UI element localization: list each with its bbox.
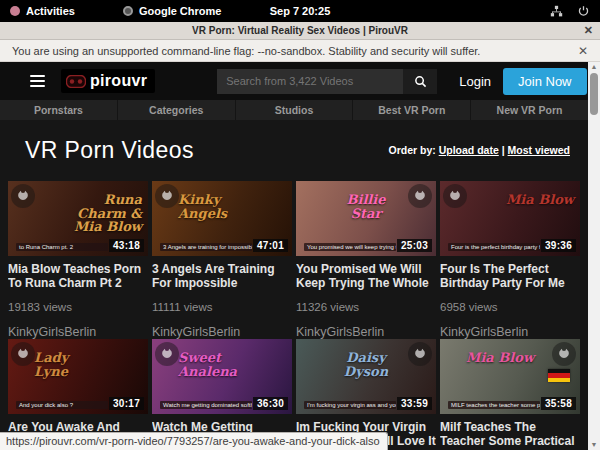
join-now-button[interactable]: Join Now [503,68,586,95]
video-grid: Runa Charm & Mia Blow to Runa Charm pt. … [8,181,580,450]
video-card[interactable]: Mia Blow Four is the perfect birthday pa… [440,181,580,339]
duration-badge: 47:01 [253,239,288,252]
german-flag-icon [548,369,570,382]
window-close-icon[interactable]: ✕ [584,24,593,37]
studio-watermark-icon [408,184,432,208]
menu-icon[interactable] [30,75,45,87]
video-card[interactable]: Billie Star You promised we will keep tr… [296,181,436,339]
video-title[interactable]: 3 Angels Are Training For Impossible Mis… [152,262,292,291]
video-thumbnail[interactable]: Kinky Angels 3 Angels are training for i… [152,181,292,256]
duration-badge: 36:30 [253,397,288,410]
video-views: 6958 views [440,301,580,313]
system-top-bar: Activities Google Chrome Sep 7 20:25 [0,0,600,22]
video-thumbnail[interactable]: Mia Blow MILF teaches the teacher some p… [440,339,580,414]
page-area: pirouvr Login Join Now Pornstars Categor… [0,62,588,450]
search-bar [217,69,437,94]
video-thumbnail[interactable]: Daisy Dyson I'm fucking your virgin ass … [296,339,436,414]
duration-badge: 39:36 [541,239,576,252]
video-views: 11111 views [152,301,292,313]
warning-close-icon[interactable]: ✕ [578,44,588,58]
site-header: pirouvr Login Join Now [0,62,588,100]
studio-watermark-icon [11,342,35,366]
studio-watermark-icon [552,342,576,366]
studio-watermark-icon [155,184,179,208]
nav-item-categories[interactable]: Categories [118,100,236,120]
video-card[interactable]: Mia Blow MILF teaches the teacher some p… [440,339,580,450]
window-title: VR Porn: Virtual Reality Sex Videos | Pi… [192,25,408,36]
thumbnail-caption: MILF teaches the teacher some practical … [448,401,540,409]
studio-link[interactable]: KinkyGirlsBerlin [296,325,436,339]
search-icon [414,75,427,88]
studio-watermark-icon [11,184,35,208]
main-nav: Pornstars Categories Studios Best VR Por… [0,100,588,120]
video-title[interactable]: Mia Blow Teaches Porn To Runa Charm Pt 2 [8,262,148,291]
thumbnail-caption: to Runa Charm pt. 2 [16,243,108,251]
thumbnail-overlay-text: Mia Blow [506,193,574,207]
video-card[interactable]: Kinky Angels 3 Angels are training for i… [152,181,292,339]
login-link[interactable]: Login [459,74,491,89]
power-icon[interactable] [577,5,590,18]
thumbnail-overlay-text: Kinky Angels [178,193,250,220]
duration-badge: 43:18 [109,239,144,252]
thumbnail-overlay-text: Sweet Analena [178,351,250,378]
nav-item-pornstars[interactable]: Pornstars [0,100,118,120]
scrollbar-thumb[interactable] [590,73,598,115]
video-thumbnail[interactable]: Sweet Analena Watch me getting dominated… [152,339,292,414]
order-link-most-viewed[interactable]: Most viewed [508,144,570,156]
chrome-warning-bar: You are using an unsupported command-lin… [0,40,600,62]
video-thumbnail[interactable]: Mia Blow Four is the perfect birthday pa… [440,181,580,256]
search-button[interactable] [403,69,437,94]
duration-badge: 35:58 [541,397,576,410]
nav-item-new-vr-porn[interactable]: New VR Porn [471,100,588,120]
search-input[interactable] [217,69,403,94]
nav-item-best-vr-porn[interactable]: Best VR Porn [353,100,471,120]
video-thumbnail[interactable]: Lady Lyne And your dick also ? 30:17 [8,339,148,414]
video-title[interactable]: Four Is The Perfect Birthday Party For M… [440,262,580,291]
duration-badge: 33:59 [397,397,432,410]
vr-goggles-icon [66,75,86,88]
video-card[interactable]: Runa Charm & Mia Blow to Runa Charm pt. … [8,181,148,339]
browser-title-bar: VR Porn: Virtual Reality Sex Videos | Pi… [0,22,600,40]
duration-badge: 25:03 [397,239,432,252]
studio-link[interactable]: KinkyGirlsBerlin [152,325,292,339]
duration-badge: 30:17 [109,397,144,410]
thumbnail-overlay-text: Lady Lyne [34,351,106,378]
order-by-label: Order by: [389,144,436,156]
page-title: VR Porn Videos [25,137,194,164]
main-content: VR Porn Videos Order by: Upload date | M… [0,133,588,450]
video-title[interactable]: You Promised We Will Keep Trying The Who… [296,262,436,291]
studio-link[interactable]: KinkyGirlsBerlin [8,325,148,339]
studio-watermark-icon [443,184,467,208]
order-link-upload-date[interactable]: Upload date [439,144,499,156]
system-clock[interactable]: Sep 7 20:25 [0,5,600,17]
video-title[interactable]: Milf Teaches The Teacher Some Practical … [440,420,580,449]
warning-text: You are using an unsupported command-lin… [12,45,480,57]
video-views: 11326 views [296,301,436,313]
thumbnail-caption: I'm fucking your virgin ass and you will… [304,401,396,409]
order-by: Order by: Upload date | Most viewed [389,144,571,156]
nav-item-studios[interactable]: Studios [236,100,354,120]
thumbnail-caption: And your dick also ? [16,401,108,409]
page-scrollbar[interactable]: ▲ ▼ [588,62,600,450]
thumbnail-caption: Four is the perfect birthday party for m… [448,243,540,251]
video-thumbnail[interactable]: Billie Star You promised we will keep tr… [296,181,436,256]
thumbnail-overlay-text: Mia Blow [466,351,534,365]
network-icon[interactable] [550,5,563,18]
thumbnail-caption: You promised we will keep trying the who… [304,243,396,251]
site-logo[interactable]: pirouvr [61,69,155,93]
thumbnail-overlay-text: Billie Star [330,193,402,220]
video-thumbnail[interactable]: Runa Charm & Mia Blow to Runa Charm pt. … [8,181,148,256]
thumbnail-overlay-text: Runa Charm & Mia Blow [70,193,142,234]
scroll-up-icon[interactable]: ▲ [588,62,600,72]
studio-watermark-icon [408,342,432,366]
site-logo-text: pirouvr [90,72,147,90]
video-views: 19183 views [8,301,148,313]
thumbnail-caption: 3 Angels are training for impossible mis… [160,243,252,251]
studio-watermark-icon [155,342,179,366]
thumbnail-overlay-text: Daisy Dyson [330,351,402,378]
browser-viewport: pirouvr Login Join Now Pornstars Categor… [0,62,600,450]
thumbnail-caption: Watch me getting dominated softly [160,401,252,409]
studio-link[interactable]: KinkyGirlsBerlin [440,325,580,339]
scroll-down-icon[interactable]: ▼ [588,440,600,450]
link-url-status: https://pirouvr.com/vr-porn-video/779325… [0,432,388,450]
